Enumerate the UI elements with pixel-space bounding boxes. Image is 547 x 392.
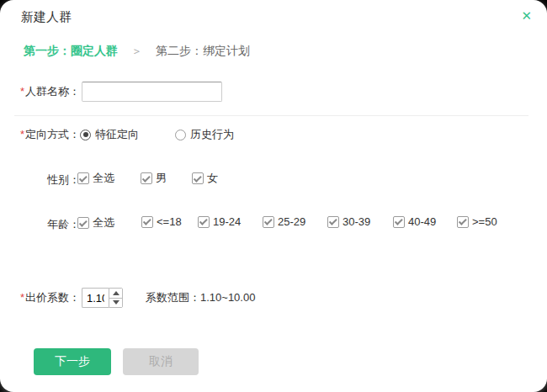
gender-label: 性别： — [0, 172, 80, 188]
bid-coefficient-row: *出价系数： 系数范围：1.10~10.00 — [0, 287, 255, 309]
checkbox-icon — [327, 216, 339, 228]
checkbox-icon — [263, 216, 274, 228]
age-row: 年龄： 全选 <=18 19-24 25-29 30-39 40-49 >=50 — [0, 215, 547, 232]
checkbox-icon — [457, 216, 469, 228]
checkbox-icon — [393, 216, 405, 228]
check-icon — [458, 217, 466, 225]
checkbox-icon — [198, 216, 210, 228]
section-divider — [14, 115, 528, 116]
age-label: 年龄： — [0, 217, 80, 232]
checkbox-age-40-49[interactable]: 40-49 — [393, 215, 436, 228]
checkbox-icon — [141, 172, 152, 184]
radio-label: 历史行为 — [190, 127, 234, 142]
check-icon — [394, 217, 402, 225]
check-icon — [328, 217, 337, 225]
radio-feature-targeting[interactable]: 特征定向 — [80, 127, 139, 142]
checkbox-icon — [192, 172, 204, 184]
arrow-down-icon — [113, 300, 119, 305]
radio-icon — [175, 130, 186, 140]
checkbox-icon — [77, 217, 89, 229]
checkbox-label: 30-39 — [343, 215, 370, 228]
checkbox-label: >=50 — [472, 215, 497, 228]
checkbox-icon — [141, 216, 153, 228]
audience-name-input[interactable] — [82, 82, 222, 102]
dialog-title: 新建人群 — [21, 9, 72, 25]
targeting-mode-row: *定向方式： 特征定向 历史行为 — [0, 125, 234, 144]
check-icon — [141, 173, 150, 182]
bid-range-hint: 系数范围：1.10~10.00 — [146, 290, 255, 305]
checkbox-gender-female[interactable]: 女 — [192, 171, 218, 186]
checkbox-label: 女 — [207, 171, 218, 186]
radio-icon — [80, 130, 91, 140]
checkbox-age-30-39[interactable]: 30-39 — [327, 215, 370, 228]
checkbox-gender-all[interactable]: 全选 — [77, 171, 114, 186]
checkbox-gender-male[interactable]: 男 — [141, 171, 167, 186]
checkbox-age-all[interactable]: 全选 — [77, 215, 114, 230]
arrow-up-icon — [113, 291, 119, 295]
step-2-bind-plan[interactable]: 第二步：绑定计划 — [156, 44, 250, 59]
audience-name-label: *人群名称： — [0, 84, 80, 99]
check-icon — [193, 173, 201, 182]
spinner-down-button[interactable] — [109, 298, 122, 308]
checkbox-age-25-29[interactable]: 25-29 — [263, 215, 305, 228]
next-step-button[interactable]: 下一步 — [34, 348, 111, 375]
spinner-up-button[interactable] — [109, 289, 122, 298]
checkbox-label: 25-29 — [278, 215, 305, 228]
checkbox-age-19-24[interactable]: 19-24 — [198, 215, 241, 228]
checkbox-age-under18[interactable]: <=18 — [141, 215, 182, 228]
checkbox-icon — [77, 172, 89, 184]
bid-coefficient-stepper — [82, 288, 123, 308]
cancel-button[interactable]: 取消 — [123, 348, 199, 375]
radio-label: 特征定向 — [95, 127, 139, 142]
bid-coefficient-input[interactable] — [82, 288, 109, 308]
chevron-right-icon: ＞ — [131, 44, 142, 59]
checkbox-label: 40-49 — [408, 215, 436, 228]
checkbox-label: 全选 — [93, 171, 114, 186]
required-asterisk: * — [20, 128, 24, 140]
check-icon — [78, 218, 87, 226]
check-icon — [142, 217, 151, 225]
close-icon[interactable]: ✕ — [521, 8, 532, 24]
gender-row: 性别： 全选 男 女 — [0, 171, 547, 188]
radio-history-behavior[interactable]: 历史行为 — [175, 127, 234, 142]
spinner — [109, 288, 123, 308]
check-icon — [263, 217, 272, 225]
bid-coefficient-label: *出价系数： — [0, 290, 80, 305]
create-audience-dialog: 新建人群 ✕ 第一步：圈定人群 ＞ 第二步：绑定计划 *人群名称： *定向方式：… — [0, 0, 547, 392]
step-1-define-audience[interactable]: 第一步：圈定人群 — [24, 44, 118, 59]
checkbox-label: 全选 — [93, 215, 114, 230]
required-asterisk: * — [20, 85, 24, 98]
checkbox-label: <=18 — [157, 215, 182, 228]
checkbox-age-over50[interactable]: >=50 — [457, 215, 497, 228]
targeting-mode-label: *定向方式： — [0, 127, 80, 142]
check-icon — [199, 217, 207, 225]
required-asterisk: * — [20, 291, 24, 304]
checkbox-label: 19-24 — [213, 215, 241, 228]
wizard-steps: 第一步：圈定人群 ＞ 第二步：绑定计划 — [24, 44, 250, 59]
checkbox-label: 男 — [156, 171, 167, 186]
check-icon — [78, 173, 87, 182]
audience-name-row: *人群名称： — [0, 81, 222, 103]
